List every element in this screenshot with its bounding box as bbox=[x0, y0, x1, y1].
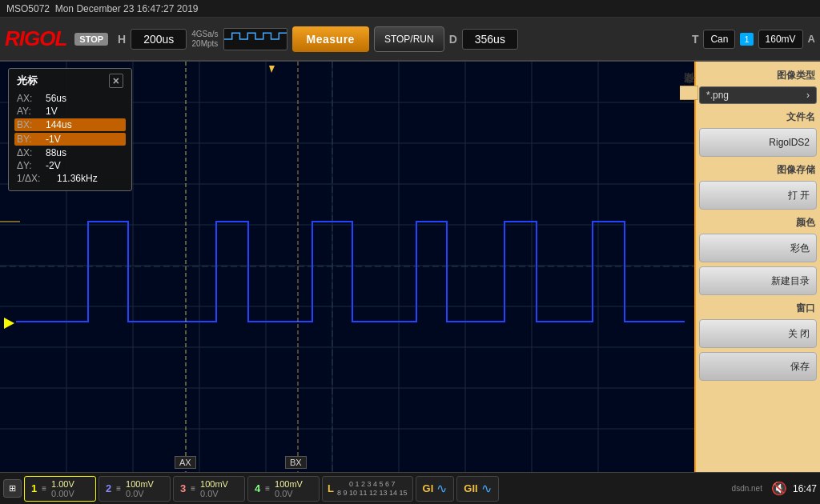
t-label: T bbox=[692, 33, 699, 46]
grid-button[interactable]: ⊞ bbox=[3, 479, 22, 498]
cursor-dx-row: ΔX: 88us bbox=[17, 147, 123, 158]
cursor-panel: 光标 × AX: 56us AY: 1V BX: 144us BY: -1V Δ… bbox=[8, 68, 132, 191]
ch4-info: 100mV 0.0V bbox=[275, 479, 303, 498]
ay-value: 1V bbox=[46, 106, 58, 117]
header-toolbar: RIGOL STOP H 200us 4GSa/s 20Mpts Measure… bbox=[0, 18, 820, 62]
ch1-number: 1 bbox=[31, 482, 37, 494]
open-button[interactable]: 打 开 bbox=[699, 181, 817, 210]
ch3-block[interactable]: 3 ≡ 100mV 0.0V bbox=[173, 476, 245, 502]
ch4-block[interactable]: 4 ≡ 100mV 0.0V bbox=[247, 476, 320, 502]
trigger-ch-indicator: 1 bbox=[740, 33, 753, 46]
gi-block[interactable]: GI ∿ bbox=[416, 476, 455, 502]
dx-value: 88us bbox=[46, 147, 66, 158]
gii-wave-icon: ∿ bbox=[481, 481, 492, 496]
cursor-close-button[interactable]: × bbox=[109, 74, 123, 88]
ch1-block[interactable]: 1 ≡ 1.00V 0.00V bbox=[24, 476, 96, 502]
color-label: 颜色 bbox=[699, 216, 817, 230]
l-block[interactable]: L 0 1 2 3 4 5 6 7 8 9 10 11 12 13 14 15 bbox=[322, 476, 413, 502]
can-display[interactable]: Can bbox=[703, 30, 735, 49]
grid-icon: ⊞ bbox=[9, 483, 16, 493]
ax-label: AX: bbox=[17, 93, 41, 104]
ch2-icon: ≡ bbox=[116, 484, 121, 493]
cursor-dy-row: ΔY: -2V bbox=[17, 160, 123, 171]
ch4-icon: ≡ bbox=[265, 484, 270, 493]
model-label: MSO5072 bbox=[6, 3, 50, 14]
dx-label: ΔX: bbox=[17, 147, 41, 158]
waveform-preview bbox=[223, 28, 287, 50]
cursor-bx-row: BX: 144us bbox=[14, 118, 126, 131]
watermark: dsdn.net bbox=[732, 484, 762, 493]
l-label: L bbox=[328, 482, 334, 494]
gi-label: GI bbox=[423, 482, 434, 494]
ch3-number: 3 bbox=[180, 482, 186, 494]
color-display[interactable]: 彩色 bbox=[699, 234, 817, 262]
by-value: -1V bbox=[46, 134, 61, 145]
close-window-button[interactable]: 关 闭 bbox=[699, 319, 817, 348]
cursor-by-row: BY: -1V bbox=[14, 133, 126, 146]
new-dir-button[interactable]: 新建目录 bbox=[699, 266, 817, 295]
filename-display[interactable]: RigolDS2 bbox=[699, 128, 817, 157]
d-label: D bbox=[449, 33, 457, 46]
main-area: 光标 × AX: 56us AY: 1V BX: 144us BY: -1V Δ… bbox=[0, 62, 820, 472]
filename-label: 文件名 bbox=[699, 110, 817, 124]
scope-screen[interactable]: 光标 × AX: 56us AY: 1V BX: 144us BY: -1V Δ… bbox=[0, 62, 696, 472]
gii-block[interactable]: GII ∿ bbox=[456, 476, 498, 502]
inv-value: 11.36kHz bbox=[57, 173, 98, 184]
image-type-selector[interactable]: *.png › bbox=[699, 86, 817, 104]
ch2-info: 100mV 0.0V bbox=[126, 479, 154, 498]
rigol-logo: RIGOL bbox=[5, 26, 66, 51]
bx-value: 144us bbox=[46, 119, 72, 130]
ch4-number: 4 bbox=[255, 482, 260, 494]
ch2-number: 2 bbox=[106, 482, 111, 494]
bx-label: BX: bbox=[17, 119, 41, 130]
ax-value: 56us bbox=[46, 93, 66, 104]
stop-badge[interactable]: STOP bbox=[74, 33, 108, 46]
bottom-channel-bar: ⊞ 1 ≡ 1.00V 0.00V 2 ≡ 100mV 0.0V 3 ≡ 100… bbox=[0, 472, 820, 504]
image-type-label: 图像类型 bbox=[699, 69, 817, 82]
datetime-label: Mon December 23 16:47:27 2019 bbox=[55, 3, 199, 14]
top-status-bar: MSO5072 Mon December 23 16:47:27 2019 bbox=[0, 0, 820, 18]
save-side-label: 存储 bbox=[680, 86, 698, 100]
bx-cursor-label: BX bbox=[285, 456, 307, 469]
time-display: 16:47 bbox=[793, 483, 817, 494]
right-panel: 存储 图像类型 *.png › 文件名 RigolDS2 图像存储 打 开 颜色… bbox=[696, 62, 820, 472]
ch3-info: 100mV 0.0V bbox=[200, 479, 228, 498]
trigger-level-display[interactable]: 160mV bbox=[758, 30, 803, 49]
gii-label: GII bbox=[464, 482, 477, 494]
ch2-block[interactable]: 2 ≡ 100mV 0.0V bbox=[98, 476, 171, 502]
ch3-icon: ≡ bbox=[191, 484, 195, 493]
ch1-info: 1.00V 0.00V bbox=[51, 479, 74, 498]
cursor-inv-row: 1/ΔX: 11.36kHz bbox=[17, 173, 123, 184]
delay-display[interactable]: 356us bbox=[462, 29, 518, 50]
window-label: 窗口 bbox=[699, 302, 817, 315]
a-label: A bbox=[808, 33, 815, 45]
save-button[interactable]: 保存 bbox=[699, 352, 817, 381]
ay-label: AY: bbox=[17, 106, 41, 117]
dy-value: -2V bbox=[46, 160, 61, 171]
cursor-panel-title: 光标 × bbox=[17, 74, 123, 88]
inv-label: 1/ΔX: bbox=[17, 173, 52, 184]
cursor-ay-row: AY: 1V bbox=[17, 106, 123, 117]
sample-rate-display: 4GSa/s 20Mpts bbox=[191, 30, 218, 49]
image-save-label: 图像存储 bbox=[699, 163, 817, 177]
ax-cursor-label: AX bbox=[175, 456, 196, 469]
by-label: BY: bbox=[17, 134, 41, 145]
timebase-display[interactable]: 200us bbox=[131, 29, 187, 50]
h-label: H bbox=[118, 33, 126, 46]
gi-wave-icon: ∿ bbox=[436, 481, 447, 496]
ch1-icon: ≡ bbox=[42, 484, 46, 493]
stoprun-button[interactable]: STOP/RUN bbox=[374, 26, 444, 52]
measure-button[interactable]: Measure bbox=[292, 26, 369, 52]
speaker-icon: 🔇 bbox=[771, 481, 787, 496]
l-digits: 0 1 2 3 4 5 6 7 8 9 10 11 12 13 14 15 bbox=[337, 471, 408, 504]
dy-label: ΔY: bbox=[17, 160, 41, 171]
cursor-ax-row: AX: 56us bbox=[17, 93, 123, 104]
